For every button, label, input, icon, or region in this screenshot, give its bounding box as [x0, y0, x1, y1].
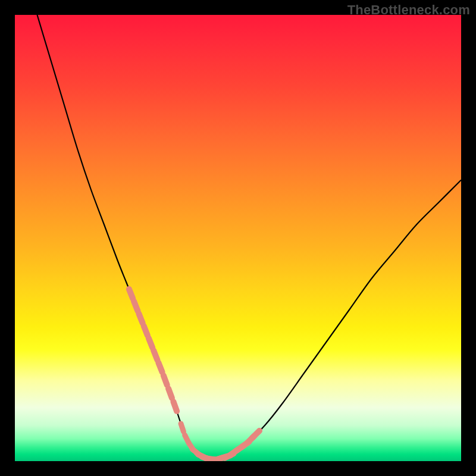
tick-mark: [144, 326, 148, 336]
tick-mark: [129, 289, 133, 299]
tick-mark: [168, 389, 172, 398]
plot-area: [15, 15, 461, 461]
chart-frame: TheBottleneck.com: [0, 0, 476, 476]
tick-mark: [252, 431, 259, 438]
tick-mark: [164, 375, 167, 385]
tick-marks-group: [129, 289, 259, 461]
bottleneck-curve: [37, 15, 462, 460]
tick-mark: [134, 301, 137, 311]
tick-mark: [158, 363, 162, 372]
tick-mark: [181, 424, 183, 431]
tick-mark: [173, 402, 177, 411]
curve-svg: [15, 15, 461, 461]
tick-mark: [154, 350, 157, 360]
tick-mark: [149, 338, 152, 347]
watermark-text: TheBottleneck.com: [347, 2, 470, 18]
tick-mark: [139, 314, 142, 323]
